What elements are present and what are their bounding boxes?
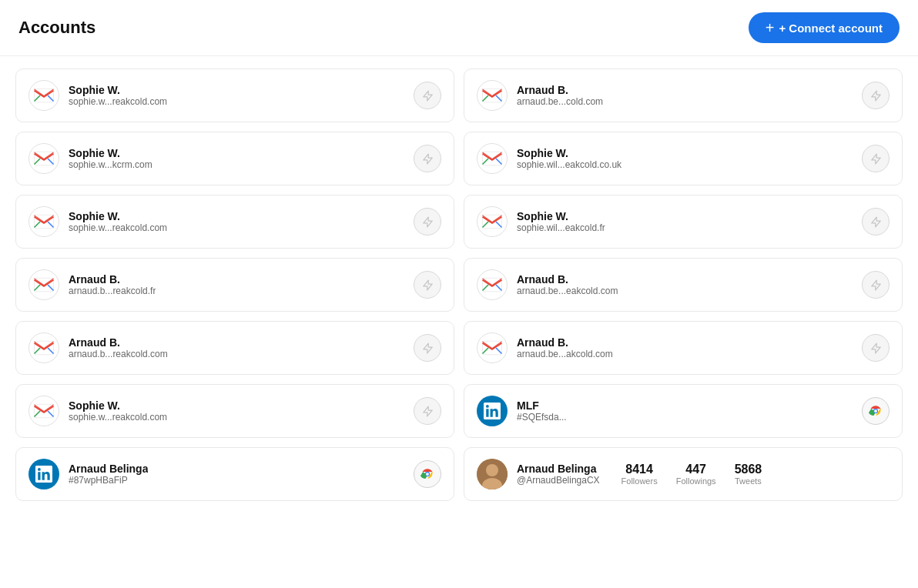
followings-label: Followings: [676, 476, 716, 486]
account-left: Arnaud B. arnaud.b...reakcold.com: [28, 332, 168, 363]
account-card[interactable]: Sophie W. sophie.w...reakcold.com: [15, 195, 454, 249]
account-right[interactable]: [414, 82, 441, 109]
account-name: Sophie W.: [517, 147, 621, 159]
account-email: sophie.w...reakcold.com: [69, 96, 167, 107]
account-info: Arnaud B. arnaud.be...eakcold.com: [517, 273, 618, 296]
account-left: Sophie W. sophie.w...kcrm.com: [28, 143, 152, 174]
account-info: Sophie W. sophie.w...reakcold.com: [69, 84, 167, 107]
account-card[interactable]: Sophie W. sophie.wil...eakcold.fr: [464, 195, 903, 249]
account-name: Arnaud Belinga: [69, 463, 148, 475]
account-name: Arnaud B.: [517, 336, 613, 349]
svg-point-18: [486, 464, 498, 476]
svg-point-16: [426, 473, 429, 476]
account-info: Arnaud B. arnaud.be...akcold.com: [517, 336, 613, 359]
account-card[interactable]: Sophie W. sophie.w...reakcold.com: [15, 384, 454, 438]
account-card[interactable]: Arnaud Belinga @ArnaudBelingaCX 8414 Fol…: [464, 447, 903, 501]
account-card[interactable]: MLF #SQEfsda...: [464, 384, 903, 438]
page-header: Accounts + + Connect account: [0, 0, 918, 56]
account-left: Sophie W. sophie.w...reakcold.com: [28, 396, 167, 426]
account-right[interactable]: [862, 82, 890, 109]
account-info: Sophie W. sophie.w...reakcold.com: [69, 399, 167, 423]
account-card[interactable]: Arnaud B. arnaud.be...eakcold.com: [464, 258, 903, 312]
account-left: Arnaud Belinga @ArnaudBelingaCX 8414 Fol…: [477, 459, 890, 489]
accounts-grid: Sophie W. sophie.w...reakcold.com: [15, 68, 903, 501]
account-right[interactable]: [862, 145, 890, 172]
account-left: Arnaud B. arnaud.b...reakcold.fr: [28, 269, 156, 300]
account-info: Arnaud B. arnaud.be...cold.com: [517, 84, 603, 107]
account-email: arnaud.be...akcold.com: [517, 349, 613, 359]
account-right[interactable]: [414, 334, 441, 362]
account-right[interactable]: [862, 271, 890, 299]
account-email: sophie.w...kcrm.com: [69, 159, 152, 170]
account-right[interactable]: [862, 208, 890, 236]
account-email: arnaud.b...reakcold.fr: [69, 286, 156, 296]
account-email: #SQEfsda...: [517, 412, 567, 423]
account-name: Arnaud B.: [517, 273, 618, 286]
account-card[interactable]: Arnaud B. arnaud.be...cold.com: [464, 68, 903, 122]
account-left: Sophie W. sophie.w...reakcold.com: [28, 206, 167, 237]
account-left: Sophie W. sophie.wil...eakcold.fr: [477, 206, 605, 237]
account-left: Sophie W. sophie.w...reakcold.com: [28, 80, 167, 111]
account-info: Arnaud Belinga @ArnaudBelingaCX: [517, 463, 600, 486]
account-info: Arnaud B. arnaud.b...reakcold.com: [69, 336, 168, 359]
account-email: #87wpHBaFiP: [69, 475, 148, 486]
account-left: Arnaud B. arnaud.be...eakcold.com: [477, 269, 618, 300]
page-title: Accounts: [18, 18, 95, 38]
account-left: MLF #SQEfsda...: [477, 396, 567, 426]
tweets-count: 5868: [735, 463, 762, 476]
account-right[interactable]: [414, 145, 441, 172]
account-right[interactable]: [414, 397, 441, 425]
account-name: MLF: [517, 399, 567, 412]
account-info: Arnaud B. arnaud.b...reakcold.fr: [69, 273, 156, 296]
account-card[interactable]: Arnaud B. arnaud.b...reakcold.com: [15, 321, 454, 375]
account-card[interactable]: Arnaud Belinga #87wpHBaFiP: [15, 447, 454, 501]
account-info: Sophie W. sophie.w...reakcold.com: [69, 210, 167, 233]
main-content: Sophie W. sophie.w...reakcold.com: [0, 56, 918, 513]
account-email: arnaud.be...cold.com: [517, 96, 603, 107]
account-card[interactable]: Sophie W. sophie.w...reakcold.com: [15, 68, 454, 122]
account-right[interactable]: [862, 397, 890, 425]
account-right[interactable]: [414, 460, 441, 488]
account-name: Arnaud B.: [69, 336, 168, 349]
account-email: sophie.w...reakcold.com: [69, 222, 167, 233]
account-email: arnaud.be...eakcold.com: [517, 286, 618, 296]
account-name: Sophie W.: [69, 210, 167, 222]
account-info: Sophie W. sophie.wil...eakcold.fr: [517, 210, 605, 233]
plus-icon: +: [766, 20, 775, 35]
account-card[interactable]: Sophie W. sophie.wil...eakcold.co.uk: [464, 132, 903, 185]
account-info: MLF #SQEfsda...: [517, 399, 567, 423]
account-name: Arnaud Belinga: [517, 463, 600, 475]
account-left: Sophie W. sophie.wil...eakcold.co.uk: [477, 143, 621, 174]
account-card[interactable]: Arnaud B. arnaud.be...akcold.com: [464, 321, 903, 375]
account-name: Arnaud B.: [69, 273, 156, 286]
account-right[interactable]: [862, 334, 890, 362]
svg-point-13: [874, 409, 877, 413]
account-card[interactable]: Sophie W. sophie.w...kcrm.com: [15, 132, 454, 185]
account-info: Arnaud Belinga #87wpHBaFiP: [69, 463, 148, 486]
account-name: Arnaud B.: [517, 84, 603, 96]
followings-count: 447: [676, 463, 716, 476]
account-left: Arnaud Belinga #87wpHBaFiP: [28, 459, 148, 489]
twitter-stats: 8414 Followers 447 Followings 5868 Tweet…: [621, 463, 762, 486]
account-name: Sophie W.: [69, 399, 167, 412]
account-email: arnaud.b...reakcold.com: [69, 349, 168, 359]
connect-button-label: + Connect account: [779, 22, 883, 35]
account-left: Arnaud B. arnaud.be...cold.com: [477, 80, 603, 111]
tweets-label: Tweets: [735, 476, 762, 486]
account-name: Sophie W.: [69, 147, 152, 159]
account-left: Arnaud B. arnaud.be...akcold.com: [477, 332, 613, 363]
account-right[interactable]: [414, 208, 441, 236]
followers-count: 8414: [621, 463, 658, 476]
account-email: sophie.wil...eakcold.co.uk: [517, 159, 621, 170]
account-email: sophie.wil...eakcold.fr: [517, 222, 605, 233]
account-email: sophie.w...reakcold.com: [69, 412, 167, 423]
connect-account-button[interactable]: + + Connect account: [749, 12, 900, 43]
account-name: Sophie W.: [69, 84, 167, 96]
account-name: Sophie W.: [517, 210, 605, 222]
account-handle: @ArnaudBelingaCX: [517, 475, 600, 486]
account-info: Sophie W. sophie.w...kcrm.com: [69, 147, 152, 170]
account-card[interactable]: Arnaud B. arnaud.b...reakcold.fr: [15, 258, 454, 312]
account-right[interactable]: [414, 271, 441, 299]
account-info: Sophie W. sophie.wil...eakcold.co.uk: [517, 147, 621, 170]
followers-label: Followers: [621, 476, 658, 486]
